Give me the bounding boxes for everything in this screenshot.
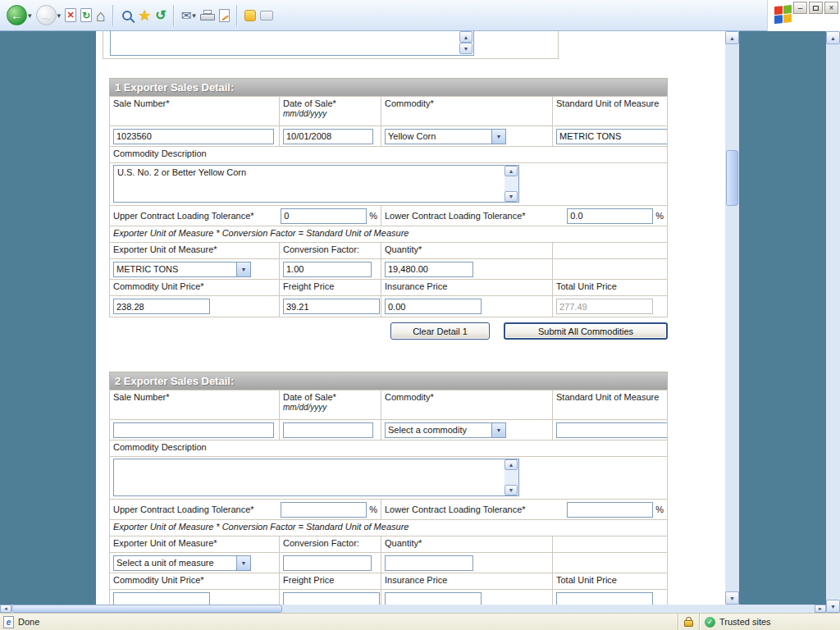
mail-dropdown-icon[interactable]: ▾: [192, 11, 196, 20]
frame-scrollbar[interactable]: ▲ ▼: [725, 31, 739, 605]
scroll-up-icon[interactable]: ▲: [504, 459, 518, 470]
browser-toolbar: ← ▾ → ▾ ✕ ↻ ⌂ ★ ↺ ✉ ▾: [0, 0, 840, 31]
exporter-sales-detail-1: 1 Exporter Sales Detail: Sale Number* Da…: [109, 78, 668, 340]
status-bar: e Done ✓ Trusted sites: [0, 613, 840, 630]
frame-scrollbar-thumb[interactable]: [726, 150, 738, 206]
search-button[interactable]: [121, 9, 134, 22]
restore-button[interactable]: [809, 2, 823, 14]
messenger-button[interactable]: [244, 10, 256, 21]
browser-window: ← ▾ → ▾ ✕ ↻ ⌂ ★ ↺ ✉ ▾: [0, 0, 840, 630]
scroll-right-icon[interactable]: ►: [815, 605, 826, 613]
minimize-button[interactable]: –: [793, 2, 807, 14]
total-unit-price-label: Total Unit Price: [552, 573, 667, 589]
date-of-sale-label: Date of Sale* mm/dd/yyyy: [279, 97, 381, 126]
s2-quantity-input[interactable]: [385, 555, 473, 571]
total-unit-price-label: Total Unit Price: [552, 280, 667, 295]
toolbar-separator: [173, 5, 175, 26]
s1-lower-tolerance-input[interactable]: [567, 208, 653, 224]
quantity-label: Quantity*: [381, 243, 552, 258]
s1-freight-price-input[interactable]: [283, 299, 380, 314]
textarea-scrollbar: ▲ ▼: [459, 31, 473, 55]
s2-sale-number-input[interactable]: [113, 422, 274, 438]
s1-exporter-unit-select[interactable]: METRIC TONS ▼: [113, 262, 251, 277]
scroll-down-icon[interactable]: ▼: [459, 43, 472, 54]
section-2-table: Sale Number* Date of Sale* mm/dd/yyyy Co…: [109, 390, 668, 605]
date-of-sale-label: Date of Sale* mm/dd/yyyy: [279, 390, 381, 419]
forward-dropdown-icon[interactable]: ▾: [57, 11, 62, 20]
browser-scrollbar[interactable]: ▲ ▼: [826, 31, 840, 613]
s2-standard-unit-input[interactable]: [556, 422, 667, 438]
scroll-up-icon[interactable]: ▲: [725, 31, 739, 44]
s1-standard-unit-input[interactable]: [556, 129, 667, 144]
s1-commodity-description-textarea[interactable]: U.S. No. 2 or Better Yellow Corn ▲ ▼: [113, 165, 519, 203]
mail-button[interactable]: ✉ ▾: [181, 9, 196, 21]
s2-freight-price-input[interactable]: [283, 592, 380, 605]
security-zone-label: Trusted sites: [719, 617, 771, 627]
s1-insurance-price-input[interactable]: [385, 299, 482, 314]
s1-date-of-sale-input[interactable]: [283, 129, 373, 144]
restore-icon: [813, 6, 819, 11]
refresh-button[interactable]: ↻: [80, 8, 92, 22]
date-format-hint: mm/dd/yyyy: [283, 109, 326, 118]
conversion-factor-label: Conversion Factor:: [279, 536, 381, 552]
chevron-down-icon: ▼: [236, 262, 250, 276]
forward-icon: →: [36, 5, 57, 25]
date-format-hint: mm/dd/yyyy: [283, 403, 326, 412]
horizontal-scrollbar-thumb[interactable]: [11, 605, 282, 613]
discuss-button[interactable]: [260, 11, 273, 21]
quantity-label: Quantity*: [381, 536, 552, 552]
lower-tolerance-label: Lower Contract Loading Tolerance*: [385, 211, 526, 221]
scroll-up-icon[interactable]: ▲: [504, 166, 518, 176]
commodity-unit-price-label: Commodity Unit Price*: [110, 573, 279, 589]
s1-quantity-input[interactable]: [385, 262, 473, 277]
lower-tolerance-label: Lower Contract Loading Tolerance*: [385, 504, 526, 514]
s2-commodity-description-textarea[interactable]: ▲ ▼: [113, 459, 519, 496]
commodity-label: Commodity*: [381, 97, 552, 126]
history-button[interactable]: ↺: [155, 9, 166, 22]
stop-button[interactable]: ✕: [65, 8, 76, 22]
home-button[interactable]: ⌂: [96, 7, 106, 24]
textarea-scrollbar: ▲ ▼: [504, 166, 518, 202]
back-button[interactable]: ← ▾: [7, 5, 32, 25]
s2-commodity-unit-price-input[interactable]: [113, 592, 210, 605]
s1-conversion-factor-input[interactable]: [283, 262, 372, 277]
freight-price-label: Freight Price: [279, 280, 381, 295]
s2-upper-tolerance-input[interactable]: [281, 502, 367, 518]
scroll-left-icon[interactable]: ◄: [0, 605, 11, 613]
favorites-button[interactable]: ★: [138, 8, 151, 23]
back-dropdown-icon[interactable]: ▾: [28, 11, 32, 20]
s2-conversion-factor-input[interactable]: [283, 555, 372, 571]
scroll-up-icon[interactable]: ▲: [459, 31, 472, 43]
cutoff-textarea[interactable]: ▲ ▼: [110, 31, 474, 56]
s2-date-of-sale-input[interactable]: [283, 422, 373, 438]
s1-commodity-unit-price-input[interactable]: [113, 299, 210, 314]
s1-upper-tolerance-input[interactable]: [281, 208, 367, 224]
scroll-down-icon[interactable]: ▼: [826, 600, 840, 613]
s2-insurance-price-input[interactable]: [385, 592, 482, 605]
scroll-up-icon[interactable]: ▲: [826, 31, 840, 44]
print-button[interactable]: [200, 10, 215, 21]
commodity-description-label: Commodity Description: [110, 441, 667, 456]
scroll-down-icon[interactable]: ▼: [504, 191, 518, 202]
horizontal-scrollbar[interactable]: ◄ ►: [0, 605, 826, 613]
scroll-down-icon[interactable]: ▼: [504, 485, 518, 495]
search-icon: [122, 11, 132, 21]
s2-total-unit-price-input[interactable]: [556, 592, 653, 605]
edit-button[interactable]: [219, 9, 230, 22]
s1-commodity-value: Yellow Corn: [386, 131, 491, 141]
s2-exporter-unit-select[interactable]: Select a unit of measure ▼: [113, 555, 251, 571]
close-button[interactable]: ×: [824, 2, 838, 14]
clear-detail-1-button[interactable]: Clear Detail 1: [390, 322, 490, 340]
s1-commodity-select[interactable]: Yellow Corn ▼: [385, 129, 506, 144]
scroll-down-icon[interactable]: ▼: [725, 591, 739, 605]
window-controls-panel: – ×: [767, 0, 840, 33]
discuss-icon: [260, 11, 273, 21]
s2-lower-tolerance-input[interactable]: [567, 502, 653, 518]
conversion-note: Exporter Unit of Measure * Conversion Fa…: [110, 520, 667, 536]
freight-price-label: Freight Price: [279, 573, 381, 589]
forward-button[interactable]: → ▾: [36, 5, 62, 25]
s2-commodity-select[interactable]: Select a commodity ▼: [385, 422, 506, 438]
s1-total-unit-price-input: [556, 299, 653, 314]
s1-sale-number-input[interactable]: [113, 129, 274, 144]
submit-all-commodities-button[interactable]: Submit All Commodities: [504, 322, 668, 340]
